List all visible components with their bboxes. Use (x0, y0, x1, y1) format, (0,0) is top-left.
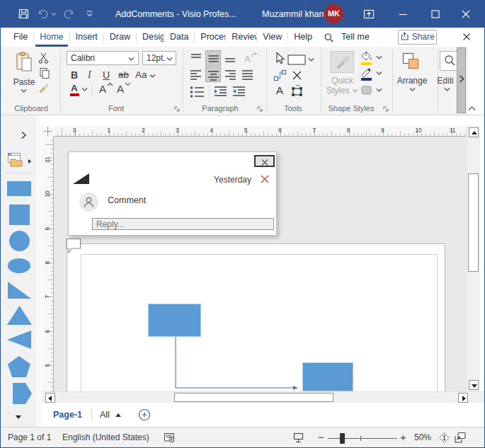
share-button[interactable]: Share (398, 30, 437, 45)
all-pages-dropdown-icon[interactable] (115, 413, 121, 417)
stencil-shape-pentagon[interactable] (8, 356, 30, 377)
close-pane-icon[interactable] (462, 32, 472, 42)
quick-access-customize-icon[interactable] (86, 10, 93, 18)
reply-input[interactable] (92, 218, 274, 230)
scroll-up-button[interactable] (469, 127, 479, 137)
zoom-out-button[interactable]: − (318, 427, 324, 447)
page-status[interactable]: Page 1 of 1 (8, 427, 51, 447)
arrange-dropdown-icon[interactable] (409, 87, 416, 92)
expand-panel-icon[interactable] (21, 131, 27, 139)
quick-styles-label1[interactable]: Quick (323, 76, 362, 86)
line-color-icon[interactable] (360, 67, 372, 77)
tab-view[interactable]: View (257, 28, 287, 47)
stencil-flyout-icon[interactable] (28, 159, 31, 163)
save-icon[interactable] (18, 8, 30, 20)
connector-tool-icon[interactable] (273, 69, 287, 82)
align-center-button[interactable] (205, 67, 221, 82)
fill-color-icon[interactable] (360, 51, 372, 62)
horizontal-scroll-thumb[interactable] (174, 393, 333, 402)
text-tool-icon[interactable]: A (276, 84, 283, 96)
shape-styles-dialog-launcher-icon[interactable] (382, 105, 389, 113)
connection-point-tool-icon[interactable] (291, 69, 303, 81)
user-name[interactable]: Muzammil khan (262, 1, 324, 28)
fit-window-icon[interactable] (438, 432, 450, 444)
editing-label[interactable]: Editi (434, 76, 457, 86)
justify-button[interactable] (240, 69, 254, 81)
minimize-button[interactable] (397, 8, 409, 20)
undo-icon[interactable] (37, 8, 50, 21)
change-case-dropdown-icon[interactable] (149, 74, 156, 79)
switch-windows-icon[interactable] (454, 432, 467, 444)
stencil-shape-triangle[interactable] (7, 306, 32, 325)
quick-styles-label2[interactable]: Styles (319, 86, 365, 96)
strikethrough-button[interactable]: ab (118, 69, 129, 80)
vertical-scroll-thumb[interactable] (468, 173, 479, 272)
tellme-search-icon[interactable] (324, 33, 334, 43)
quick-styles-button[interactable] (330, 51, 354, 73)
page-tab-page1[interactable]: Page-1 (53, 403, 82, 427)
paste-icon[interactable] (15, 52, 33, 73)
change-case-button[interactable]: Aa (135, 69, 147, 80)
italic-button[interactable]: I (88, 69, 91, 81)
underline-button[interactable]: U (103, 69, 110, 81)
align-right-button[interactable] (223, 69, 237, 81)
stencil-shape-right-triangle[interactable] (8, 282, 31, 299)
redo-icon[interactable] (62, 8, 75, 21)
insert-page-icon[interactable] (138, 408, 151, 421)
line-color-dropdown-icon[interactable] (376, 71, 382, 76)
stencil-shape-square[interactable] (9, 205, 30, 225)
font-name-select[interactable]: Calibri (67, 51, 139, 65)
close-button[interactable] (460, 8, 472, 20)
scroll-down-button[interactable] (469, 380, 479, 390)
horizontal-scrollbar[interactable] (42, 391, 485, 403)
effects-icon[interactable] (360, 85, 372, 96)
ribbon-scroll-bar[interactable] (457, 47, 466, 113)
zoom-slider-track[interactable] (328, 438, 397, 439)
zoom-slider-thumb[interactable] (340, 433, 345, 444)
fill-color-dropdown-icon[interactable] (376, 55, 382, 60)
delete-comment-icon[interactable] (260, 174, 270, 184)
stencil-shape-left-triangle[interactable] (7, 331, 31, 349)
stencil-shape-circle[interactable] (9, 231, 30, 251)
tab-design[interactable]: Design (137, 28, 164, 47)
rectangle-tool-dropdown-icon[interactable] (308, 57, 314, 62)
tab-home[interactable]: Home (34, 28, 69, 47)
tab-data[interactable]: Data (164, 28, 194, 47)
tab-help[interactable]: Help (288, 28, 318, 47)
format-painter-icon[interactable] (38, 82, 50, 93)
arrange-icon[interactable] (401, 52, 421, 71)
undo-dropdown-icon[interactable] (51, 12, 57, 17)
pointer-tool-icon[interactable] (274, 52, 285, 66)
font-dialog-launcher-icon[interactable] (173, 105, 181, 113)
scroll-right-button[interactable] (458, 393, 468, 403)
fit-page-icon[interactable] (292, 432, 304, 444)
align-bottom-button[interactable] (223, 52, 237, 65)
align-top-button[interactable] (189, 52, 203, 65)
zoom-level[interactable]: 50% (414, 427, 431, 447)
copy-icon[interactable] (39, 67, 50, 79)
increase-indent-button[interactable] (232, 85, 246, 98)
tab-review[interactable]: Review (226, 28, 256, 47)
stencil-icon[interactable] (7, 152, 25, 168)
text-direction-button[interactable]: A (244, 52, 258, 64)
tellme-label[interactable]: Tell me (341, 32, 370, 42)
ribbon-display-options-icon[interactable] (363, 8, 375, 20)
tab-draw[interactable]: Draw (104, 28, 136, 47)
language-status[interactable]: English (United States) (62, 427, 149, 447)
scroll-left-button[interactable] (45, 393, 55, 403)
tab-file[interactable]: File (8, 28, 33, 47)
shrink-font-button[interactable]: A (117, 82, 131, 95)
macro-status-icon[interactable] (164, 432, 176, 443)
user-avatar[interactable]: MK (324, 4, 343, 23)
rectangle-tool-icon[interactable] (287, 54, 306, 65)
effects-dropdown-icon[interactable] (376, 88, 382, 93)
cut-icon[interactable] (38, 52, 49, 64)
stencil-shape-ellipse[interactable] (8, 258, 30, 273)
align-left-button[interactable] (189, 69, 203, 81)
page-tab-all[interactable]: All (100, 403, 110, 427)
arrange-label[interactable]: Arrange (392, 76, 432, 86)
stencil-shape-rectangle[interactable] (7, 181, 31, 196)
stencil-shape-hexagon[interactable] (6, 383, 32, 404)
bold-button[interactable]: B (71, 69, 78, 81)
canvas-shape[interactable] (302, 362, 353, 391)
